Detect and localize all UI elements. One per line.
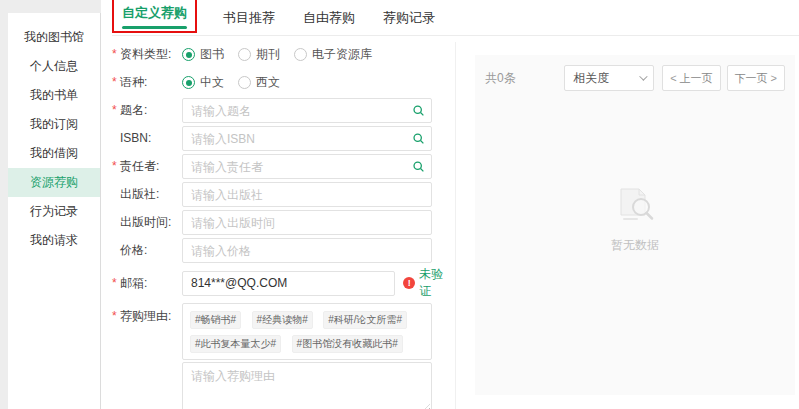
content: 资料类型: 图书 期刊 电子资源库: [112, 36, 799, 409]
recommendation-form: 资料类型: 图书 期刊 电子资源库: [112, 42, 456, 409]
material-type-label: 资料类型:: [112, 42, 182, 67]
sidebar-item-my-booklist[interactable]: 我的书单: [8, 81, 100, 110]
price-label: 价格:: [112, 238, 182, 263]
radio-journal[interactable]: 期刊: [238, 46, 280, 63]
isbn-search-button[interactable]: [405, 127, 431, 150]
radio-chinese-dot-icon: [182, 76, 195, 89]
page-background-left: [0, 0, 8, 409]
warning-exclamation-icon: !: [403, 277, 415, 289]
sort-select[interactable]: 相关度: [564, 65, 654, 91]
title-input[interactable]: [183, 99, 405, 122]
email-row: 邮箱: ! 未验证: [112, 266, 455, 300]
price-input[interactable]: [183, 239, 431, 262]
reason-textarea[interactable]: [183, 363, 431, 409]
result-count: 共0条: [485, 70, 516, 87]
search-icon: [412, 132, 425, 145]
tab-custom-recommendation-label: 自定义荐购: [122, 5, 187, 20]
reason-tag-few-copies[interactable]: #此书复本量太少#: [190, 335, 281, 353]
tab-free-recommendation[interactable]: 自由荐购: [301, 3, 357, 35]
email-verify-status: ! 未验证: [403, 266, 455, 300]
publisher-label: 出版社:: [112, 182, 182, 207]
email-not-verified-link[interactable]: 未验证: [419, 266, 455, 300]
title-search-button[interactable]: [405, 99, 431, 122]
isbn-label: ISBN:: [112, 126, 182, 151]
next-page-label: 下一页: [735, 71, 768, 86]
sidebar-item-my-request[interactable]: 我的请求: [8, 226, 100, 255]
radio-book[interactable]: 图书: [182, 46, 224, 63]
radio-e-resource-dot-icon: [294, 48, 307, 61]
radio-book-dot-icon: [182, 48, 195, 61]
reason-tag-not-collected[interactable]: #图书馆没有收藏此书#: [292, 335, 403, 353]
chevron-left-icon: <: [670, 72, 676, 84]
tab-custom-recommendation[interactable]: 自定义荐购: [112, 0, 197, 33]
publish-date-label: 出版时间:: [112, 210, 182, 235]
title-row: 题名:: [112, 98, 455, 123]
isbn-row: ISBN:: [112, 126, 455, 151]
results-header: 共0条 相关度 < 上一页 下一页 >: [485, 65, 785, 91]
reason-tag-bestseller[interactable]: #畅销书#: [190, 311, 241, 329]
publisher-input[interactable]: [183, 183, 431, 206]
main-area: 自定义荐购 书目推荐 自由荐购 荐购记录 资料类型: 图书 期刊: [112, 0, 799, 409]
author-search-button[interactable]: [405, 155, 431, 178]
publish-date-input[interactable]: [183, 211, 431, 234]
email-input[interactable]: [183, 272, 394, 295]
radio-e-resource-label: 电子资源库: [312, 46, 372, 63]
language-options: 中文 西文: [182, 70, 455, 95]
title-label: 题名:: [112, 98, 182, 123]
price-row: 价格:: [112, 238, 455, 263]
radio-chinese[interactable]: 中文: [182, 74, 224, 91]
results-panel: 共0条 相关度 < 上一页 下一页 >: [475, 55, 795, 395]
chevron-right-icon: >: [771, 72, 777, 84]
radio-book-label: 图书: [200, 46, 224, 63]
search-icon: [412, 160, 425, 173]
tab-bibliography-recommendation[interactable]: 书目推荐: [221, 3, 277, 35]
sidebar-item-my-borrowing[interactable]: 我的借阅: [8, 139, 100, 168]
author-row: 责任者:: [112, 154, 455, 179]
isbn-input[interactable]: [183, 127, 405, 150]
tab-bar: 自定义荐购 书目推荐 自由荐购 荐购记录: [112, 0, 799, 36]
email-label: 邮箱:: [112, 271, 182, 296]
pagination: < 上一页 下一页 >: [662, 65, 785, 91]
author-input[interactable]: [183, 155, 405, 178]
page-background-top: [0, 0, 101, 13]
language-label: 语种:: [112, 70, 182, 95]
reason-row: 荐购理由: #畅销书# #经典读物# #科研/论文所需# #此书复本量太少# #…: [112, 303, 455, 409]
radio-journal-dot-icon: [238, 48, 251, 61]
sidebar: 我的图书馆 个人信息 我的书单 我的订阅 我的借阅 资源荐购 行为记录 我的请求: [8, 13, 101, 409]
radio-chinese-label: 中文: [200, 74, 224, 91]
reason-tag-research[interactable]: #科研/论文所需#: [323, 311, 407, 329]
radio-journal-label: 期刊: [256, 46, 280, 63]
next-page-button[interactable]: 下一页 >: [727, 65, 785, 91]
no-data-icon: [611, 183, 659, 227]
tab-recommendation-records[interactable]: 荐购记录: [381, 3, 437, 35]
publisher-row: 出版社:: [112, 182, 455, 207]
reason-tag-box: #畅销书# #经典读物# #科研/论文所需# #此书复本量太少# #图书馆没有收…: [182, 303, 432, 360]
radio-western-label: 西文: [256, 74, 280, 91]
radio-western[interactable]: 西文: [238, 74, 280, 91]
prev-page-label: 上一页: [680, 71, 713, 86]
sidebar-item-my-library[interactable]: 我的图书馆: [8, 23, 100, 52]
sidebar-item-behavior-record[interactable]: 行为记录: [8, 197, 100, 226]
chevron-down-icon: [639, 72, 647, 80]
sort-select-value: 相关度: [573, 70, 639, 87]
empty-state-text: 暂无数据: [611, 237, 659, 254]
sidebar-item-my-subscription[interactable]: 我的订阅: [8, 110, 100, 139]
reason-tag-classic[interactable]: #经典读物#: [252, 311, 313, 329]
material-type-options: 图书 期刊 电子资源库: [182, 42, 455, 67]
prev-page-button[interactable]: < 上一页: [662, 65, 720, 91]
search-icon: [412, 104, 425, 117]
empty-state: 暂无数据: [485, 183, 785, 254]
active-tab-underline: [122, 26, 187, 29]
radio-e-resource[interactable]: 电子资源库: [294, 46, 372, 63]
reason-label: 荐购理由:: [112, 303, 182, 323]
material-type-row: 资料类型: 图书 期刊 电子资源库: [112, 42, 455, 67]
publish-date-row: 出版时间:: [112, 210, 455, 235]
sidebar-item-resource-recommendation[interactable]: 资源荐购: [8, 168, 100, 197]
author-label: 责任者:: [112, 154, 182, 179]
radio-western-dot-icon: [238, 76, 251, 89]
reason-textarea-wrap: [182, 362, 432, 409]
language-row: 语种: 中文 西文: [112, 70, 455, 95]
sidebar-item-personal-info[interactable]: 个人信息: [8, 52, 100, 81]
